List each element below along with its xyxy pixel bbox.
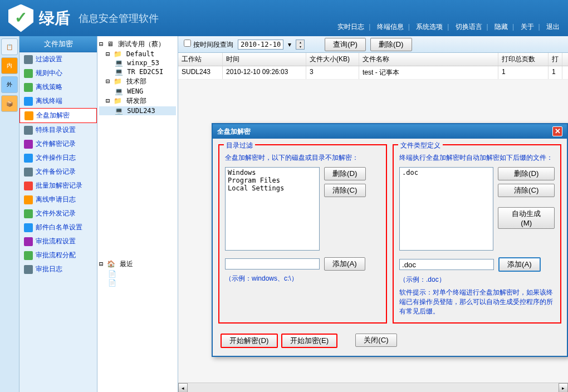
filter-icon <box>24 55 33 64</box>
th-pages[interactable]: 打印总页数 <box>498 53 549 66</box>
dir-filter-legend: 目录过滤 <box>224 141 255 150</box>
tree-node[interactable]: ⊟ 📁 研发部 <box>99 96 176 106</box>
menu-terminal-info[interactable]: 终端信息 <box>377 23 404 31</box>
th-print[interactable]: 打 <box>549 53 562 66</box>
dialog-title-text: 全盘加解密 <box>217 127 251 136</box>
table-header-row: 工作站 时间 文件大小(KB) 文件名称 打印总页数 打 <box>178 53 568 66</box>
sidebar-item-offline-terminal[interactable]: 离线终端 <box>19 94 97 108</box>
sidebar: 文件加密 过滤设置 规则中心 离线策略 离线终端 全盘加解密 特殊目录设置 文件… <box>19 36 97 392</box>
query-button[interactable]: 查询(P) <box>325 38 366 51</box>
sidebar-item-outgoing[interactable]: 文件外发记录 <box>19 207 97 220</box>
tree-node[interactable]: ⊟ 📁 技术部 <box>99 76 176 87</box>
scroll-right-icon[interactable]: ▸ <box>559 383 568 392</box>
vtab-external[interactable]: 外 <box>1 76 18 93</box>
sidebar-item-approval-log[interactable]: 审批日志 <box>19 262 97 276</box>
th-filename[interactable]: 文件名称 <box>359 53 498 66</box>
sidebar-item-special-dir[interactable]: 特殊目录设置 <box>19 123 97 137</box>
vtab-boxes[interactable]: 📦 <box>1 95 18 112</box>
date-input[interactable]: 2010-12-10 <box>238 40 283 50</box>
scroll-left-icon[interactable]: ◂ <box>178 383 188 392</box>
tree-panel: ⊟ 🖥 测试专用（蔡） ⊟ 📁 Default 💻 winxp_53 💻 TR … <box>97 36 178 392</box>
sidebar-item-rules[interactable]: 规则中心 <box>19 66 97 80</box>
assign-icon <box>24 251 33 260</box>
filetype-group: 文件类型定义 终端执行全盘加解密时自动加解密如下后缀的文件： .doc 删除(D… <box>393 144 561 324</box>
logo-subtitle: 信息安全管理软件 <box>79 12 159 25</box>
vertical-tab-strip: 📋 内 外 📦 <box>0 36 19 392</box>
tree-recent-item[interactable]: 📄 <box>99 278 177 287</box>
sidebar-item-decrypt-log[interactable]: 文件解密记录 <box>19 137 97 151</box>
data-table: 工作站 时间 文件大小(KB) 文件名称 打印总页数 打 SUDL243 201… <box>178 53 568 80</box>
tree-recent[interactable]: ⊟ 🏠 最近 <box>99 259 177 270</box>
ft-clear-button[interactable]: 清除(C) <box>498 184 555 197</box>
th-time[interactable]: 时间 <box>223 53 306 66</box>
dir-example: （示例：windows、c:\） <box>225 274 380 283</box>
menu-about[interactable]: 关于 <box>521 23 534 31</box>
vtab-internal[interactable]: 内 <box>1 57 18 74</box>
logo-text: 绿盾 <box>39 8 70 29</box>
batch-icon <box>24 182 33 190</box>
sidebar-item-full-encrypt[interactable]: 全盘加解密 <box>19 108 97 123</box>
sidebar-item-offline-apply[interactable]: 离线申请日志 <box>19 193 97 207</box>
tree-leaf-selected[interactable]: 💻 SUDL243 <box>99 106 176 115</box>
menu-exit[interactable]: 退出 <box>546 23 560 31</box>
dir-input[interactable] <box>225 258 320 270</box>
tree-recent-item[interactable]: 📄 <box>99 270 177 278</box>
apply-icon <box>24 195 33 204</box>
tree-leaf[interactable]: 💻 TR ED2C5I <box>99 67 176 76</box>
app-header: 绿盾 信息安全管理软件 实时日志| 终端信息| 系统选项| 切换语言| 隐藏| … <box>0 0 568 36</box>
rules-icon <box>24 69 33 78</box>
ft-tip: 软件提示：对单个终端进行全盘加解密时，如果该终端已有操作员登陆，那么可以自动生成… <box>399 288 555 316</box>
dialog-titlebar[interactable]: 全盘加解密 ✕ <box>213 124 567 139</box>
sidebar-item-filter[interactable]: 过滤设置 <box>19 52 97 66</box>
dir-clear-button[interactable]: 清除(C) <box>324 184 366 197</box>
alog-icon <box>24 265 33 274</box>
time-filter-check[interactable]: 按时间段查询 <box>184 40 233 50</box>
dir-delete-button[interactable]: 删除(D) <box>324 167 366 180</box>
close-button[interactable]: 关闭(C) <box>355 334 397 347</box>
start-encrypt-button[interactable]: 开始加密(E) <box>281 334 338 348</box>
filetype-hint: 终端执行全盘加解密时自动加解密如下后缀的文件： <box>399 153 555 163</box>
close-icon[interactable]: ✕ <box>552 126 562 136</box>
ops-icon <box>24 154 33 163</box>
sidebar-item-backup[interactable]: 文件备份记录 <box>19 165 97 179</box>
ft-input[interactable] <box>399 259 494 270</box>
menu-realtime-log[interactable]: 实时日志 <box>337 23 364 31</box>
top-menu: 实时日志| 终端信息| 系统选项| 切换语言| 隐藏| 关于| 退出 <box>337 22 560 32</box>
policy-icon <box>24 83 33 92</box>
flow-icon <box>24 237 33 246</box>
h-scrollbar[interactable]: ◂ ▸ <box>178 383 568 392</box>
backup-icon <box>24 168 33 177</box>
th-workstation[interactable]: 工作站 <box>178 53 223 66</box>
delete-button[interactable]: 删除(D) <box>370 38 412 51</box>
dialog-footer: 开始解密(D) 开始加密(E) 关闭(C) <box>213 329 567 356</box>
filetype-listbox[interactable]: .doc <box>399 167 493 251</box>
sidebar-item-batch[interactable]: 批量加解密记录 <box>19 179 97 193</box>
table-row[interactable]: SUDL243 2010-12-10 09:26:03 3 test - 记事本… <box>178 66 568 80</box>
sidebar-item-whitelist[interactable]: 邮件白名单设置 <box>19 220 97 234</box>
start-decrypt-button[interactable]: 开始解密(D) <box>221 334 278 348</box>
vtab-1[interactable]: 📋 <box>1 38 18 55</box>
dir-add-button[interactable]: 添加(A) <box>324 257 365 271</box>
th-size[interactable]: 文件大小(KB) <box>306 53 359 66</box>
logo-shield-icon <box>8 4 33 32</box>
ft-delete-button[interactable]: 删除(D) <box>498 167 555 180</box>
dropdown-icon[interactable]: ▾ <box>288 41 291 48</box>
menu-hide[interactable]: 隐藏 <box>494 23 508 31</box>
date-spinner[interactable]: ▴▾ <box>296 40 305 50</box>
sidebar-item-offline-policy[interactable]: 离线策略 <box>19 80 97 94</box>
mail-icon <box>24 223 33 232</box>
sidebar-item-approval-assign[interactable]: 审批流程分配 <box>19 248 97 262</box>
menu-system-options[interactable]: 系统选项 <box>416 23 443 31</box>
tree-node[interactable]: ⊟ 📁 Default <box>99 50 176 58</box>
menu-switch-lang[interactable]: 切换语言 <box>456 23 482 31</box>
filetype-legend: 文件类型定义 <box>398 141 443 150</box>
tree-leaf[interactable]: 💻 winxp_53 <box>99 58 176 67</box>
sidebar-item-approval-set[interactable]: 审批流程设置 <box>19 234 97 248</box>
tree-leaf[interactable]: 💻 WENG <box>99 87 176 96</box>
ft-autogen-button[interactable]: 自动生成(M) <box>498 207 555 229</box>
dir-listbox[interactable]: Windows Program Files Local Settings <box>225 167 320 251</box>
sidebar-item-file-ops[interactable]: 文件操作日志 <box>19 151 97 165</box>
ft-add-button[interactable]: 添加(A) <box>498 257 541 272</box>
dir-filter-hint: 全盘加解密时，以下的磁盘或目录不加解密： <box>225 153 380 163</box>
tree-root[interactable]: ⊟ 🖥 测试专用（蔡） <box>99 39 176 50</box>
